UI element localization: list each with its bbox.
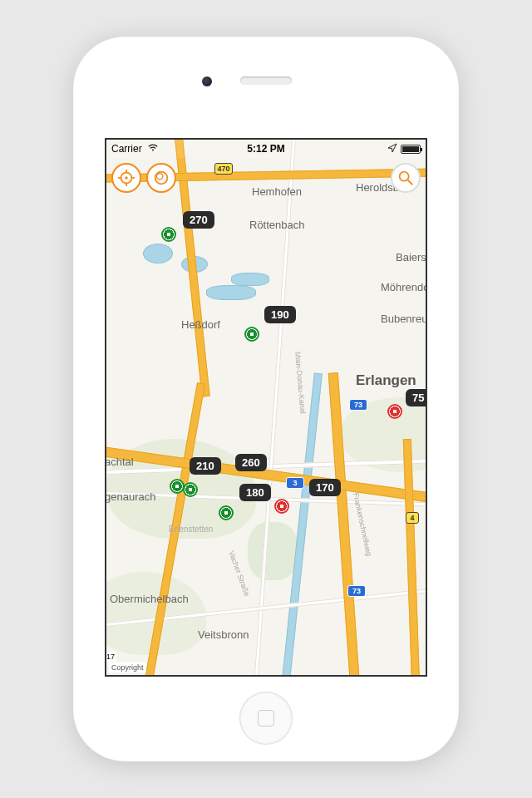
place-label: genaurach: [105, 490, 155, 503]
autobahn-shield: 73: [349, 399, 367, 411]
svg-point-7: [157, 174, 163, 180]
camera-dot: [202, 76, 212, 86]
clock-label: 5:12 PM: [247, 143, 284, 155]
layers-icon: [152, 169, 170, 187]
search-icon: [397, 169, 415, 187]
lake: [143, 244, 173, 264]
locate-button[interactable]: [111, 163, 141, 193]
place-label: Veitsbronn: [198, 628, 249, 641]
place-label: Baiers: [396, 251, 426, 264]
map-marker[interactable]: [219, 505, 234, 520]
home-button[interactable]: [239, 692, 293, 745]
home-icon: [258, 710, 274, 727]
app-screen: Hemhofen Heroldsb Röttenbach Baiers Möhr…: [105, 138, 427, 677]
place-label: Möhrendo: [381, 281, 427, 293]
autobahn-shield: 73: [347, 585, 366, 597]
search-button[interactable]: [391, 163, 421, 193]
lake: [231, 273, 269, 286]
place-label: Röttenbach: [249, 219, 305, 231]
place-label: Erlenstetten: [169, 525, 213, 534]
map-marker[interactable]: [183, 482, 198, 497]
marker-badge[interactable]: 75: [406, 389, 427, 406]
marker-badge[interactable]: 170: [309, 479, 341, 496]
map-marker[interactable]: [274, 499, 289, 514]
speaker-slot: [240, 76, 292, 85]
place-label: Bubenreu: [381, 313, 427, 325]
map-marker[interactable]: [161, 227, 176, 242]
highway: [403, 439, 420, 677]
route-shield: 470: [214, 163, 233, 175]
place-label: Hemhofen: [252, 185, 302, 198]
marker-badge[interactable]: 270: [183, 211, 214, 229]
wifi-icon: [147, 143, 159, 155]
marker-badge[interactable]: 210: [190, 457, 221, 475]
phone-frame: Hemhofen Heroldsb Röttenbach Baiers Möhr…: [73, 37, 459, 761]
svg-point-1: [125, 176, 128, 180]
route-shield: 4: [406, 512, 419, 524]
layers-button[interactable]: [146, 163, 176, 193]
copyright-label: Copyright: [109, 663, 146, 672]
place-label: achtal: [105, 456, 134, 468]
park-area: [248, 522, 298, 580]
marker-badge[interactable]: 180: [239, 484, 271, 501]
road-label: Main-Donau-Kanal: [293, 352, 308, 415]
svg-line-9: [408, 180, 413, 185]
map-marker[interactable]: [244, 327, 259, 342]
location-arrow-icon: [387, 143, 397, 155]
marker-badge[interactable]: 260: [235, 454, 267, 471]
autobahn-shield: 3: [286, 477, 304, 489]
place-label: Obermichelbach: [110, 593, 189, 605]
crosshair-icon: [117, 169, 135, 187]
tile-number: 17: [105, 652, 116, 662]
place-label: Heßdorf: [181, 318, 220, 331]
map-marker[interactable]: [170, 479, 185, 494]
carrier-label: Carrier: [111, 143, 142, 155]
marker-badge[interactable]: 190: [264, 306, 296, 323]
svg-point-8: [400, 172, 409, 181]
status-bar: Carrier 5:12 PM: [106, 140, 426, 158]
lake: [206, 285, 256, 300]
map-marker[interactable]: [387, 404, 402, 419]
map-canvas[interactable]: Hemhofen Heroldsb Röttenbach Baiers Möhr…: [106, 140, 426, 675]
place-label-major: Erlangen: [356, 372, 416, 389]
battery-icon: [401, 145, 421, 154]
